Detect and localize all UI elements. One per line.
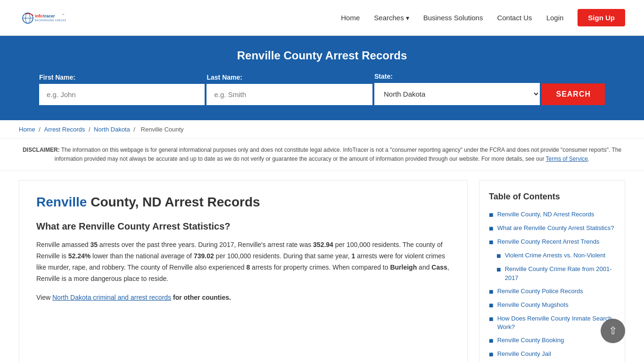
toc-link[interactable]: Renville County, ND Arrest Records [497,210,594,219]
toc-link[interactable]: Violent Crime Arrests vs. Non-Violent [505,251,605,260]
search-form: First Name: Last Name: State: North Dako… [39,73,605,105]
toc-link[interactable]: Renville County Jail [497,350,551,358]
last-name-label: Last Name: [206,74,372,81]
nav-login[interactable]: Login [546,14,564,22]
toc-item: ■Renville County Booking [489,336,615,345]
chevron-down-icon: ▾ [406,14,409,22]
toc-item: ■How Does Renville County Inmate Search … [489,314,615,331]
disclaimer-text: The information on this webpage is for g… [55,147,621,162]
site-header: info tracer ™ BACKGROUND CHECKS Home Sea… [0,0,644,36]
state-select[interactable]: North Dakota Alabama Alaska Arizona Arka… [374,83,540,105]
main-nav: Home Searches ▾ Business Solutions Conta… [341,9,625,26]
nav-contact-us[interactable]: Contact Us [497,14,532,22]
svg-text:tracer: tracer [43,14,56,18]
first-name-label: First Name: [39,74,205,81]
nd-criminal-link[interactable]: North Dakota criminal and arrest records [52,294,171,301]
toc-bullet-icon: ■ [489,337,494,345]
state-label: State: [374,73,540,80]
article-paragraph1: Renville amassed 35 arrests over the pas… [36,239,450,284]
toc-link[interactable]: Renville County Crime Rate from 2001-201… [505,265,615,282]
toc-bullet-icon: ■ [489,224,494,233]
toc-item: ■Renville County Recent Arrest Trends [489,238,615,247]
toc-bullet-icon: ■ [496,265,501,274]
toc-item: ■Renville County, ND Arrest Records [489,210,615,219]
svg-text:BACKGROUND CHECKS: BACKGROUND CHECKS [35,19,66,22]
article-heading: Renville County, ND Arrest Records [36,195,450,210]
breadcrumb-renville: Renville County [141,126,184,133]
hero-title: Renville County Arrest Records [19,49,625,62]
toc-bullet-icon: ■ [489,315,494,323]
nav-business-solutions[interactable]: Business Solutions [423,14,483,22]
toc-link[interactable]: Renville County Mugshots [497,301,569,309]
article-heading-rest: County, ND Arrest Records [87,195,260,209]
svg-text:™: ™ [62,13,65,16]
disclaimer-bar: DISCLAIMER: The information on this webp… [0,139,644,171]
state-group: State: North Dakota Alabama Alaska Arizo… [374,73,540,105]
disclaimer-label: DISCLAIMER: [23,147,60,153]
first-name-group: First Name: [39,74,205,105]
toc-item: ■Renville County Police Records [489,287,615,296]
toc-link[interactable]: How Does Renville County Inmate Search W… [497,314,615,331]
nav-signup-button[interactable]: Sign Up [578,9,625,26]
toc-item: ■Violent Crime Arrests vs. Non-Violent [489,251,615,260]
toc-bullet-icon: ■ [489,350,494,359]
toc-list: ■Renville County, ND Arrest Records■What… [489,210,615,359]
stats-heading: What are Renville County Arrest Statisti… [36,221,450,232]
breadcrumb-sep3: / [133,126,137,133]
breadcrumb-home[interactable]: Home [19,126,35,133]
article-view-link-para: View North Dakota criminal and arrest re… [36,292,450,304]
breadcrumb-sep1: / [39,126,42,133]
disclaimer-suffix: . [588,156,589,162]
toc-item: ■What are Renville County Arrest Statist… [489,224,615,233]
toc-link[interactable]: Renville County Police Records [497,287,583,296]
logo[interactable]: info tracer ™ BACKGROUND CHECKS [19,5,71,31]
breadcrumb-sep2: / [89,126,92,133]
toc-link[interactable]: Renville County Recent Arrest Trends [497,238,600,246]
breadcrumb-arrest-records[interactable]: Arrest Records [44,126,85,133]
toc-heading: Table of Contents [489,192,615,202]
toc-link[interactable]: What are Renville County Arrest Statisti… [497,224,614,232]
main-content: Renville County, ND Arrest Records What … [0,171,644,362]
last-name-group: Last Name: [206,74,372,105]
toc-bullet-icon: ■ [496,252,501,260]
nav-searches-link[interactable]: Searches [374,14,404,22]
breadcrumb: Home / Arrest Records / North Dakota / R… [0,120,644,139]
last-name-input[interactable] [206,84,372,105]
breadcrumb-north-dakota[interactable]: North Dakota [94,126,130,133]
article-heading-highlight: Renville [36,195,87,209]
logo-svg: info tracer ™ BACKGROUND CHECKS [19,5,71,31]
hero-section: Renville County Arrest Records First Nam… [0,36,644,120]
first-name-input[interactable] [39,84,205,105]
toc-item: ■Renville County Crime Rate from 2001-20… [489,265,615,282]
toc-bullet-icon: ■ [489,301,494,310]
toc-item: ■Renville County Mugshots [489,301,615,310]
toc-link[interactable]: Renville County Booking [497,336,564,345]
article-section: Renville County, ND Arrest Records What … [19,180,468,362]
search-button[interactable]: SEARCH [542,83,605,105]
nav-home[interactable]: Home [341,14,360,22]
toc-item: ■Renville County Jail [489,350,615,359]
nav-searches-group[interactable]: Searches ▾ [374,14,409,22]
toc-bullet-icon: ■ [489,238,494,247]
scroll-top-button[interactable]: ⇧ [601,319,625,343]
tos-link[interactable]: Terms of Service [546,156,588,162]
toc-bullet-icon: ■ [489,211,494,219]
toc-bullet-icon: ■ [489,288,494,296]
svg-text:info: info [35,14,43,18]
